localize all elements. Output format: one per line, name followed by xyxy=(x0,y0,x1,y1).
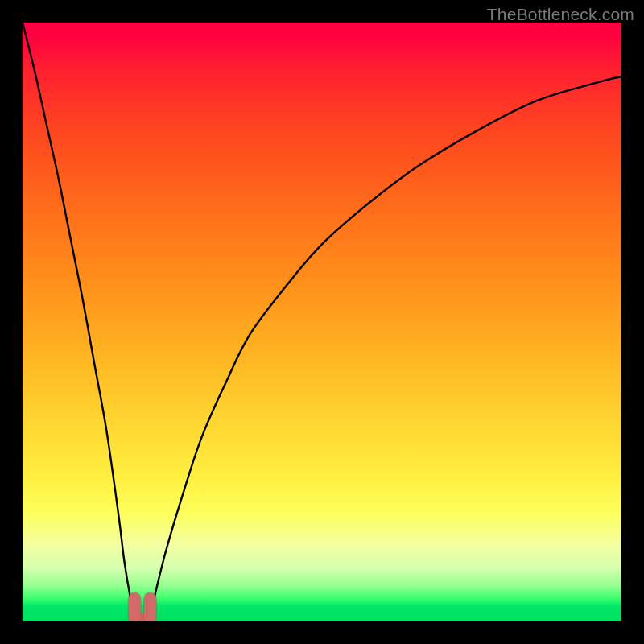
chart-frame: TheBottleneck.com xyxy=(0,0,644,644)
plot-area xyxy=(23,23,621,621)
watermark-text: TheBottleneck.com xyxy=(487,5,634,24)
bottleneck-curve xyxy=(23,23,621,621)
curve-left-branch xyxy=(23,23,134,616)
curve-right-branch xyxy=(150,76,621,616)
